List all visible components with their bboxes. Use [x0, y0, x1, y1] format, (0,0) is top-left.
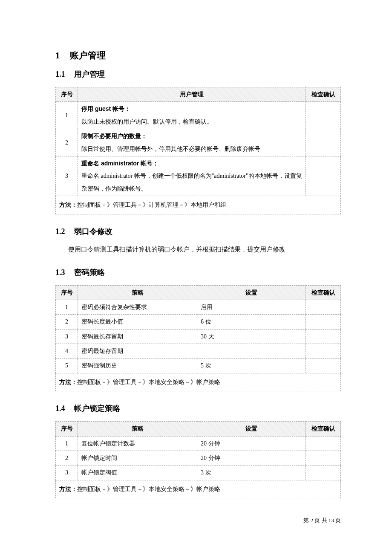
heading-1-1: 1.1用户管理	[55, 69, 341, 79]
cell-check	[306, 436, 341, 451]
table-header-row: 序号 用户管理 检查确认	[56, 87, 341, 102]
page: 1账户管理 1.1用户管理 序号 用户管理 检查确认 1 停用 guest 帐号…	[0, 0, 392, 555]
th-setting: 设置	[197, 422, 306, 436]
table-row: 1 停用 guest 帐号： 以防止未授权的用户访问。默认停用，检查确认。	[56, 102, 341, 129]
heading-1-2: 1.2弱口令修改	[55, 226, 341, 237]
cell-no: 4	[56, 344, 78, 358]
method-text: 控制面板－》管理工具－》本地安全策略－》帐户策略	[77, 379, 220, 385]
heading-1-num: 1	[55, 50, 70, 61]
cell-setting: 20 分钟	[197, 451, 306, 465]
cell-setting: 3 次	[197, 465, 306, 480]
heading-1: 1账户管理	[55, 49, 341, 61]
heading-1-2-title: 弱口令修改	[74, 227, 112, 236]
method-text: 控制面板－》管理工具－》计算机管理－》本地用户和组	[77, 202, 226, 208]
th-main: 用户管理	[78, 87, 306, 102]
cell-no: 5	[56, 358, 78, 373]
page-suffix: 页	[334, 517, 341, 523]
cell-desc: 重命名 administrator 帐号： 重命名 administrator …	[78, 156, 306, 196]
table-password-policy: 序号 策略 设置 检查确认 1密码必须符合复杂性要求启用 2密码长度最小值6 位…	[55, 285, 341, 392]
heading-1-4-num: 1.4	[55, 404, 74, 413]
th-setting: 设置	[197, 285, 306, 300]
method-label: 方法：	[59, 379, 77, 385]
heading-1-title: 账户管理	[70, 50, 106, 60]
heading-1-3: 1.3密码策略	[55, 267, 341, 278]
cell-check	[306, 102, 341, 129]
heading-1-2-num: 1.2	[55, 227, 74, 236]
table-row: 3密码最长存留期30 天	[56, 329, 341, 344]
table-method-row: 方法：控制面板－》管理工具－》本地安全策略－》帐户策略	[56, 480, 341, 498]
cell-setting: 30 天	[197, 329, 306, 344]
table-lockout-policy: 序号 策略 设置 检查确认 1复位帐户锁定计数器20 分钟 2帐户锁定时间20 …	[55, 421, 341, 498]
page-mid: 页 共	[313, 517, 329, 523]
cell-check	[306, 156, 341, 196]
table-row: 4密码最短存留期	[56, 344, 341, 358]
table-row: 5密码强制历史5 次	[56, 358, 341, 373]
cell-no: 1	[56, 436, 78, 451]
cell-setting: 5 次	[197, 358, 306, 373]
cell-title: 限制不必要用户的数量：	[81, 130, 302, 142]
cell-text: 重命名 administrator 帐号，创建一个低权限的名为"administ…	[81, 170, 302, 195]
table-header-row: 序号 策略 设置 检查确认	[56, 285, 341, 300]
cell-no: 1	[56, 102, 78, 129]
heading-1-4-title: 帐户锁定策略	[74, 404, 120, 413]
cell-no: 2	[56, 451, 78, 465]
paragraph: 使用口令猜测工具扫描计算机的弱口令帐户，并根据扫描结果，提交用户修改	[55, 244, 341, 254]
cell-setting: 启用	[197, 300, 306, 314]
table-header-row: 序号 策略 设置 检查确认	[56, 422, 341, 436]
heading-1-1-num: 1.1	[55, 70, 74, 79]
page-total: 13	[329, 517, 334, 523]
table-method-row: 方法：控制面板－》管理工具－》计算机管理－》本地用户和组	[56, 196, 341, 214]
th-check: 检查确认	[306, 87, 341, 102]
method-label: 方法：	[59, 486, 77, 492]
cell-title: 停用 guest 帐号：	[81, 103, 302, 115]
heading-1-4: 1.4帐户锁定策略	[55, 403, 341, 413]
cell-check	[306, 465, 341, 480]
cell-setting: 20 分钟	[197, 436, 306, 451]
heading-1-3-num: 1.3	[55, 268, 74, 277]
th-no: 序号	[56, 422, 78, 436]
cell-no: 3	[56, 329, 78, 344]
cell-desc: 限制不必要用户的数量： 除日常使用、管理用帐号外，停用其他不必要的帐号、删除废弃…	[78, 129, 306, 156]
cell-check	[306, 315, 341, 329]
cell-no: 3	[56, 156, 78, 196]
cell-policy: 帐户锁定时间	[78, 451, 197, 465]
table-row: 2密码长度最小值6 位	[56, 315, 341, 329]
th-check: 检查确认	[306, 422, 341, 436]
table-row: 3帐户锁定阀值3 次	[56, 465, 341, 480]
cell-policy: 密码强制历史	[78, 358, 197, 373]
cell-setting: 6 位	[197, 315, 306, 329]
table-user-mgmt: 序号 用户管理 检查确认 1 停用 guest 帐号： 以防止未授权的用户访问。…	[55, 87, 341, 214]
th-policy: 策略	[78, 285, 197, 300]
table-row: 3 重命名 administrator 帐号： 重命名 administrato…	[56, 156, 341, 196]
cell-check	[306, 358, 341, 373]
cell-no: 3	[56, 465, 78, 480]
th-no: 序号	[56, 285, 78, 300]
method-label: 方法：	[59, 201, 77, 208]
th-policy: 策略	[78, 422, 197, 436]
table-row: 2 限制不必要用户的数量： 除日常使用、管理用帐号外，停用其他不必要的帐号、删除…	[56, 129, 341, 156]
cell-no: 2	[56, 129, 78, 156]
page-prefix: 第	[303, 517, 310, 523]
cell-desc: 停用 guest 帐号： 以防止未授权的用户访问。默认停用，检查确认。	[78, 102, 306, 129]
table-method-row: 方法：控制面板－》管理工具－》本地安全策略－》帐户策略	[56, 373, 341, 391]
th-no: 序号	[56, 87, 78, 102]
cell-title: 重命名 administrator 帐号：	[81, 157, 302, 170]
cell-no: 2	[56, 315, 78, 329]
cell-method: 方法：控制面板－》管理工具－》本地安全策略－》帐户策略	[56, 373, 341, 391]
table-row: 2帐户锁定时间20 分钟	[56, 451, 341, 465]
cell-policy: 帐户锁定阀值	[78, 465, 197, 480]
cell-check	[306, 451, 341, 465]
cell-no: 1	[56, 300, 78, 314]
cell-policy: 密码必须符合复杂性要求	[78, 300, 197, 314]
table-row: 1密码必须符合复杂性要求启用	[56, 300, 341, 314]
cell-check	[306, 129, 341, 156]
cell-check	[306, 344, 341, 358]
header-rule	[55, 30, 341, 30]
table-row: 1复位帐户锁定计数器20 分钟	[56, 436, 341, 451]
th-check: 检查确认	[306, 285, 341, 300]
cell-check	[306, 329, 341, 344]
page-number: 第 2 页 共 13 页	[303, 517, 341, 524]
cell-method: 方法：控制面板－》管理工具－》本地安全策略－》帐户策略	[56, 480, 341, 498]
cell-text: 除日常使用、管理用帐号外，停用其他不必要的帐号、删除废弃帐号	[81, 143, 302, 155]
method-text: 控制面板－》管理工具－》本地安全策略－》帐户策略	[77, 486, 220, 492]
